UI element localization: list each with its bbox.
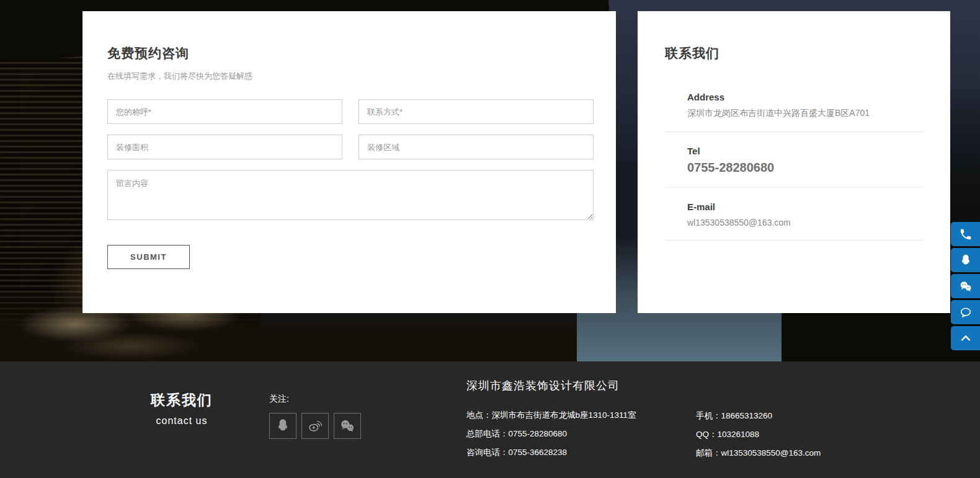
form-subtitle: 在线填写需求，我们将尽快为您答疑解惑 — [107, 71, 594, 82]
email-label: E-mail — [687, 201, 924, 212]
contact-info-card: 联系我们 Address 深圳市龙岗区布吉街道中兴路百盛大厦B区A701 Tel… — [638, 11, 950, 313]
company-name: 深圳市鑫浩装饰设计有限公司 — [466, 378, 636, 393]
message-textarea[interactable] — [107, 170, 594, 220]
floating-side-bar — [951, 222, 980, 352]
contact-input[interactable] — [359, 99, 594, 124]
footer-hq-phone-line: 总部电话：0755-28280680 — [466, 425, 636, 443]
footer-company-block: 深圳市鑫浩装饰设计有限公司 地点：深圳市布吉街道布龙城b座1310-1311室 … — [466, 378, 636, 462]
social-icon-row — [269, 413, 361, 439]
wechat-icon — [959, 280, 973, 293]
qq-button[interactable] — [951, 248, 980, 272]
footer: 联系我们 contact us 关注: — [0, 361, 980, 478]
appointment-form-card: 免费预约咨询 在线填写需求，我们将尽快为您答疑解惑 SUBMIT — [82, 11, 616, 313]
footer-email-line: 邮箱：wl13530538550@163.com — [696, 444, 821, 463]
form-row-1 — [107, 99, 594, 124]
name-input[interactable] — [107, 99, 342, 124]
footer-address-line: 地点：深圳市布吉街道布龙城b座1310-1311室 — [466, 406, 636, 425]
footer-heading-zh: 联系我们 — [141, 391, 222, 410]
qq-social-button[interactable] — [269, 413, 296, 439]
submit-button[interactable]: SUBMIT — [107, 245, 190, 269]
wechat-button[interactable] — [951, 274, 980, 298]
back-to-top-button[interactable] — [951, 326, 980, 350]
tel-label: Tel — [687, 146, 924, 156]
chat-message-button[interactable] — [951, 300, 980, 324]
tel-value: 0755-28280680 — [687, 161, 924, 175]
phone-button[interactable] — [951, 222, 980, 246]
contact-item-email: E-mail wl13530538550@163.com — [665, 188, 924, 241]
qq-icon — [959, 254, 973, 267]
email-value: wl13530538550@163.com — [687, 218, 924, 228]
footer-mobile-line: 手机：18665313260 — [696, 407, 821, 425]
contact-title: 联系我们 — [665, 45, 924, 62]
wechat-icon — [339, 418, 355, 434]
contact-list: Address 深圳市龙岗区布吉街道中兴路百盛大厦B区A701 Tel 0755… — [665, 78, 924, 241]
footer-follow-block: 关注: — [269, 394, 361, 439]
decoration-region-input[interactable] — [359, 135, 594, 159]
chat-bubble-icon — [959, 306, 973, 319]
footer-consult-phone-line: 咨询电话：0755-36628238 — [466, 443, 636, 462]
footer-heading-en: contact us — [141, 415, 222, 427]
weibo-icon — [307, 418, 323, 434]
footer-info-left: 地点：深圳市布吉街道布龙城b座1310-1311室 总部电话：0755-2828… — [466, 406, 636, 462]
phone-icon — [959, 228, 973, 241]
form-row-2 — [107, 135, 594, 159]
qq-icon — [275, 418, 291, 434]
contact-item-tel: Tel 0755-28280680 — [665, 132, 924, 188]
chevron-up-icon — [959, 332, 973, 345]
form-title: 免费预约咨询 — [107, 45, 594, 62]
address-value: 深圳市龙岗区布吉街道中兴路百盛大厦B区A701 — [687, 108, 924, 119]
footer-contact-heading: 联系我们 contact us — [141, 391, 222, 427]
footer-qq-line: QQ：103261088 — [696, 425, 821, 444]
weibo-social-button[interactable] — [301, 413, 329, 439]
contact-item-address: Address 深圳市龙岗区布吉街道中兴路百盛大厦B区A701 — [665, 78, 924, 132]
address-label: Address — [687, 92, 924, 102]
follow-label: 关注: — [269, 394, 361, 405]
page: 免费预约咨询 在线填写需求，我们将尽快为您答疑解惑 SUBMIT 联系我们 Ad… — [0, 0, 980, 478]
wechat-social-button[interactable] — [334, 413, 361, 439]
footer-info-right: 手机：18665313260 QQ：103261088 邮箱：wl1353053… — [696, 407, 821, 463]
decoration-area-input[interactable] — [107, 135, 342, 159]
